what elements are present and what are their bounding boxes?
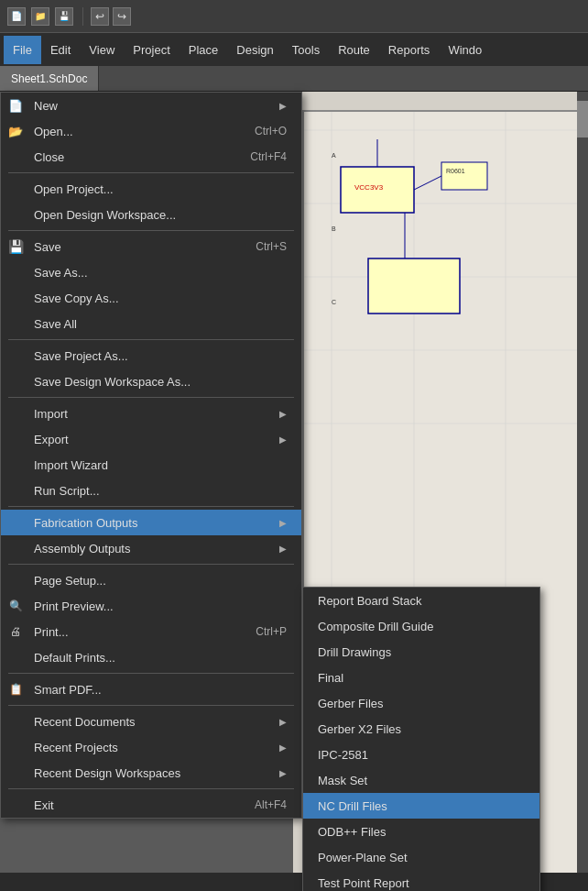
menu-item-save[interactable]: 💾 Save Ctrl+S <box>1 234 301 259</box>
menu-place[interactable]: Place <box>180 36 228 64</box>
new-doc-icon[interactable]: 📄 <box>7 7 26 26</box>
svg-rect-9 <box>441 162 487 190</box>
main-area: VCC3V3 R0601 A B C 📄 New ▶ 📂 Open... Ctr… <box>0 92 588 891</box>
menu-item-recent-docs[interactable]: Recent Documents ▶ <box>1 709 301 734</box>
menu-item-print[interactable]: 🖨 Print... Ctrl+P <box>1 619 301 644</box>
menu-design[interactable]: Design <box>227 36 282 64</box>
svg-text:C: C <box>332 299 336 305</box>
separator-3 <box>8 339 294 340</box>
recent-docs-arrow: ▶ <box>279 717 287 727</box>
print-icon: 🖨 <box>5 622 27 641</box>
menu-item-default-prints[interactable]: Default Prints... <box>1 644 301 670</box>
recent-projects-arrow: ▶ <box>279 742 287 753</box>
open-folder-icon[interactable]: 📁 <box>31 7 49 26</box>
fabrication-submenu: Report Board Stack Composite Drill Guide… <box>302 587 540 891</box>
svg-rect-10 <box>368 258 460 314</box>
close-shortcut: Ctrl+F4 <box>250 150 287 163</box>
save-shortcut: Ctrl+S <box>256 240 287 253</box>
menu-item-fabrication[interactable]: Fabrication Outputs ▶ <box>1 510 301 535</box>
new-icon: 📄 <box>5 96 27 115</box>
menu-item-export[interactable]: Export ▶ <box>1 426 301 452</box>
toolbar: 📄 📁 💾 ↩ ↪ <box>0 0 588 33</box>
submenu-report-board-stack[interactable]: Report Board Stack <box>303 588 539 613</box>
menu-item-run-script[interactable]: Run Script... <box>1 478 301 503</box>
print-preview-icon: 🔍 <box>5 597 27 615</box>
menu-item-save-copy[interactable]: Save Copy As... <box>1 285 301 311</box>
submenu-test-point[interactable]: Test Point Report <box>303 870 539 891</box>
submenu-composite-drill[interactable]: Composite Drill Guide <box>303 613 539 639</box>
menu-item-save-dws[interactable]: Save Design Workspace As... <box>1 368 301 394</box>
menu-item-open[interactable]: 📂 Open... Ctrl+O <box>1 118 301 144</box>
menu-item-save-project[interactable]: Save Project As... <box>1 343 301 368</box>
open-icon: 📂 <box>5 122 27 140</box>
separator-5 <box>8 506 294 507</box>
menu-item-print-preview[interactable]: 🔍 Print Preview... <box>1 593 301 619</box>
menu-edit[interactable]: Edit <box>41 36 80 64</box>
separator-1 <box>8 172 294 173</box>
separator-7 <box>8 673 294 674</box>
scrollbar[interactable] <box>577 92 588 873</box>
menu-item-exit[interactable]: Exit Alt+F4 <box>1 792 301 818</box>
menu-window[interactable]: Windo <box>439 36 491 64</box>
menu-item-smart-pdf[interactable]: 📋 Smart PDF... <box>1 676 301 702</box>
import-arrow: ▶ <box>279 409 287 419</box>
open-shortcut: Ctrl+O <box>255 125 287 138</box>
file-menu: 📄 New ▶ 📂 Open... Ctrl+O Close Ctrl+F4 O… <box>0 92 302 819</box>
menu-item-recent-projects[interactable]: Recent Projects ▶ <box>1 734 301 760</box>
menu-item-open-project[interactable]: Open Project... <box>1 176 301 202</box>
separator-4 <box>8 397 294 398</box>
menu-route[interactable]: Route <box>329 36 379 64</box>
submenu-gerber-x2[interactable]: Gerber X2 Files <box>303 716 539 742</box>
separator-9 <box>8 788 294 789</box>
print-shortcut: Ctrl+P <box>256 625 287 638</box>
tabbar: Sheet1.SchDoc <box>0 66 588 92</box>
menu-item-recent-workspaces[interactable]: Recent Design Workspaces ▶ <box>1 760 301 786</box>
menubar: File Edit View Project Place Design Tool… <box>0 33 588 66</box>
undo-icon[interactable]: ↩ <box>91 7 109 26</box>
menu-item-open-workspace[interactable]: Open Design Workspace... <box>1 202 301 227</box>
export-arrow: ▶ <box>279 434 287 445</box>
menu-item-save-all[interactable]: Save All <box>1 311 301 336</box>
submenu-power-plane[interactable]: Power-Plane Set <box>303 844 539 870</box>
assembly-arrow: ▶ <box>279 544 287 554</box>
menu-item-close[interactable]: Close Ctrl+F4 <box>1 144 301 170</box>
redo-icon[interactable]: ↪ <box>113 7 131 26</box>
menu-file[interactable]: File <box>4 36 41 64</box>
menu-item-page-setup[interactable]: Page Setup... <box>1 567 301 593</box>
separator-6 <box>8 564 294 565</box>
separator-8 <box>8 705 294 706</box>
submenu-gerber-files[interactable]: Gerber Files <box>303 690 539 716</box>
save-icon[interactable]: 💾 <box>55 7 73 26</box>
svg-text:B: B <box>332 226 336 232</box>
menu-view[interactable]: View <box>80 36 124 64</box>
scrollbar-thumb[interactable] <box>577 101 588 138</box>
svg-text:A: A <box>332 152 336 159</box>
menu-item-save-as[interactable]: Save As... <box>1 259 301 285</box>
separator-2 <box>8 230 294 231</box>
menu-item-assembly[interactable]: Assembly Outputs ▶ <box>1 535 301 561</box>
submenu-odb-plus[interactable]: ODB++ Files <box>303 819 539 844</box>
svg-text:VCC3V3: VCC3V3 <box>354 183 384 192</box>
menu-tools[interactable]: Tools <box>283 36 329 64</box>
menu-item-import[interactable]: Import ▶ <box>1 401 301 426</box>
menu-project[interactable]: Project <box>124 36 179 64</box>
menu-reports[interactable]: Reports <box>379 36 440 64</box>
submenu-final[interactable]: Final <box>303 665 539 690</box>
recent-workspaces-arrow: ▶ <box>279 768 287 778</box>
smart-pdf-icon: 📋 <box>5 680 27 698</box>
fabrication-arrow: ▶ <box>279 518 287 528</box>
submenu-nc-drill[interactable]: NC Drill Files <box>303 793 539 819</box>
svg-text:R0601: R0601 <box>446 168 465 174</box>
tab-sheet1[interactable]: Sheet1.SchDoc <box>0 66 99 91</box>
submenu-drill-drawings[interactable]: Drill Drawings <box>303 639 539 665</box>
menu-item-import-wizard[interactable]: Import Wizard <box>1 452 301 478</box>
submenu-ipc-2581[interactable]: IPC-2581 <box>303 742 539 767</box>
submenu-mask-set[interactable]: Mask Set <box>303 767 539 793</box>
save-menu-icon: 💾 <box>5 237 27 256</box>
menu-item-new[interactable]: 📄 New ▶ <box>1 93 301 118</box>
svg-line-12 <box>414 176 441 190</box>
submenu-arrow: ▶ <box>279 101 287 111</box>
exit-shortcut: Alt+F4 <box>255 798 287 811</box>
